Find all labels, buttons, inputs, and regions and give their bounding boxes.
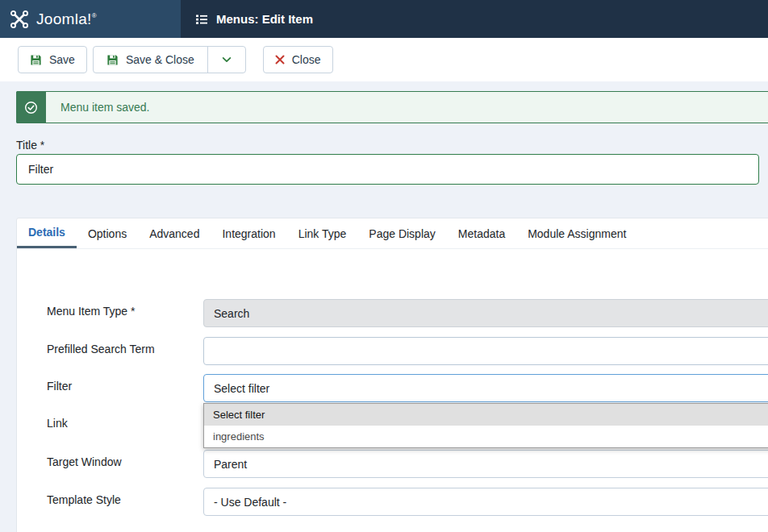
template-style-value: - Use Default - (214, 496, 286, 509)
save-close-button[interactable]: Save & Close (94, 47, 207, 73)
prefilled-search-term-input[interactable] (203, 337, 768, 365)
joomla-brand[interactable]: Joomla!® (0, 0, 181, 38)
link-label: Link (47, 417, 68, 430)
close-button[interactable]: Close (263, 46, 333, 73)
close-button-label: Close (292, 53, 321, 66)
template-style-label: Template Style (47, 493, 121, 506)
joomla-logo-icon (10, 10, 29, 29)
menu-item-type-field: Search (203, 299, 768, 327)
tab-link-type[interactable]: Link Type (287, 218, 358, 248)
tab-details[interactable]: Details (17, 218, 77, 248)
filter-option-select-filter[interactable]: Select filter (204, 404, 768, 426)
toolbar: Save Save & Close (0, 38, 768, 81)
filter-select-value: Select filter (214, 382, 269, 395)
save-dropdown-toggle[interactable] (207, 47, 245, 73)
success-alert: Menu item saved. (16, 91, 768, 123)
app-header: Joomla!® Menus: Edit Item (0, 0, 768, 38)
chevron-down-icon (221, 54, 232, 65)
save-close-button-label: Save & Close (126, 53, 194, 66)
filter-select[interactable]: Select filter (203, 374, 768, 402)
title-input[interactable] (16, 154, 759, 185)
check-circle-icon (16, 91, 46, 123)
tab-metadata[interactable]: Metadata (447, 218, 516, 248)
target-window-value: Parent (214, 458, 247, 471)
title-label: Title * (16, 139, 44, 152)
filter-dropdown: Select filter ingredients (203, 403, 768, 448)
tab-module-assignment[interactable]: Module Assignment (516, 218, 637, 248)
template-style-select[interactable]: - Use Default - (203, 488, 768, 516)
prefilled-search-term-label: Prefilled Search Term (47, 343, 155, 355)
save-button-label: Save (49, 53, 75, 66)
tab-bar: Details Options Advanced Integration Lin… (17, 218, 768, 249)
filter-option-ingredients[interactable]: ingredients (204, 426, 768, 447)
tab-page-display[interactable]: Page Display (357, 218, 447, 248)
target-window-label: Target Window (47, 455, 122, 468)
target-window-select[interactable]: Parent (203, 450, 768, 478)
close-icon (275, 55, 285, 64)
menu-item-type-label: Menu Item Type * (47, 305, 135, 318)
save-close-split-button: Save & Close (93, 46, 246, 73)
page-title-bar: Menus: Edit Item (181, 0, 768, 38)
brand-text: Joomla!® (36, 10, 97, 28)
tab-advanced[interactable]: Advanced (138, 218, 211, 248)
tab-integration[interactable]: Integration (211, 218, 286, 248)
tab-options[interactable]: Options (77, 218, 138, 248)
menu-item-type-value: Search (214, 307, 249, 320)
details-form: Menu Item Type * Search Prefilled Search… (17, 249, 768, 532)
save-button[interactable]: Save (18, 46, 87, 73)
details-card: Details Options Advanced Integration Lin… (16, 218, 768, 532)
save-icon (30, 54, 42, 66)
alert-message: Menu item saved. (46, 92, 150, 123)
save-icon (106, 54, 119, 66)
list-icon (195, 13, 208, 26)
page-title: Menus: Edit Item (216, 12, 313, 26)
filter-label: Filter (47, 380, 72, 393)
